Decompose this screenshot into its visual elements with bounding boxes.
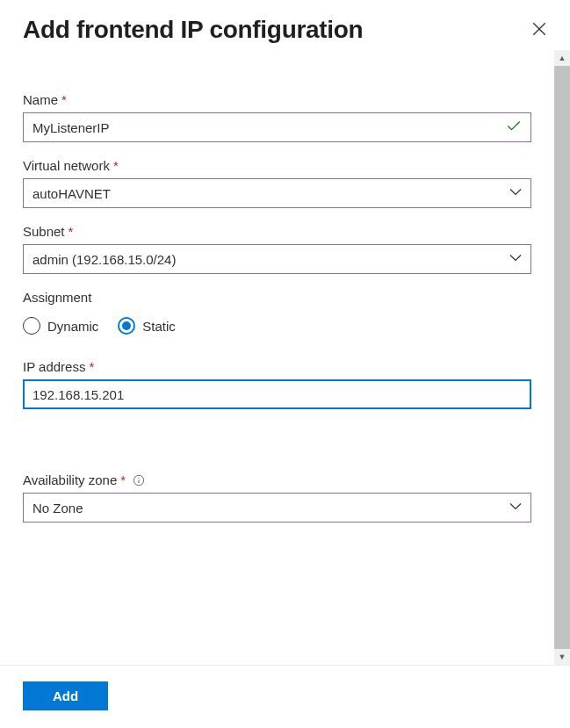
page-title: Add frontend IP configuration (23, 16, 363, 44)
panel-footer: Add (0, 665, 570, 728)
field-assignment: Assignment Dynamic Static (23, 290, 531, 335)
scroll-down-icon[interactable]: ▼ (554, 649, 570, 665)
label-text: Name (23, 92, 58, 107)
ip-label: IP address * (23, 359, 94, 374)
scroll-up-icon[interactable]: ▲ (554, 50, 570, 66)
info-icon[interactable] (133, 474, 145, 487)
scroll-thumb[interactable] (554, 66, 570, 649)
label-text: Availability zone (23, 472, 117, 487)
field-name: Name * (23, 92, 531, 142)
zone-select[interactable]: No Zone (23, 493, 531, 523)
field-virtual-network: Virtual network * autoHAVNET (23, 158, 531, 208)
radio-dynamic[interactable]: Dynamic (23, 317, 98, 335)
name-label: Name * (23, 92, 67, 107)
label-text: Assignment (23, 290, 91, 305)
subnet-label: Subnet * (23, 224, 73, 239)
label-text: IP address (23, 359, 85, 374)
scrollbar[interactable]: ▲ ▼ (554, 50, 570, 665)
label-text: Subnet (23, 224, 65, 239)
subnet-select[interactable]: admin (192.168.15.0/24) (23, 244, 531, 274)
label-text: Virtual network (23, 158, 110, 173)
form-content: Name * Virtual network * (0, 50, 554, 665)
zone-label: Availability zone * (23, 472, 145, 487)
panel-header: Add frontend IP configuration (0, 0, 570, 50)
vnet-label: Virtual network * (23, 158, 119, 173)
vnet-select[interactable]: autoHAVNET (23, 178, 531, 208)
subnet-value: admin (192.168.15.0/24) (32, 252, 176, 267)
checkmark-icon (505, 118, 523, 138)
add-button[interactable]: Add (23, 681, 108, 710)
radio-dot-icon (122, 321, 131, 330)
vnet-value: autoHAVNET (32, 186, 111, 201)
field-ip-address: IP address * (23, 359, 531, 409)
close-icon (531, 26, 547, 40)
required-asterisk: * (120, 472, 126, 487)
zone-value: No Zone (32, 501, 83, 515)
radio-circle-icon (23, 317, 40, 335)
radio-label-static: Static (142, 319, 176, 334)
ip-address-input[interactable] (23, 379, 531, 409)
required-asterisk: * (89, 359, 94, 374)
radio-label-dynamic: Dynamic (47, 319, 98, 334)
radio-circle-icon (118, 317, 135, 335)
required-asterisk: * (61, 92, 67, 107)
field-subnet: Subnet * admin (192.168.15.0/24) (23, 224, 531, 274)
close-button[interactable] (526, 16, 552, 45)
name-input[interactable] (23, 112, 531, 142)
radio-static[interactable]: Static (118, 317, 176, 335)
svg-point-1 (139, 477, 140, 478)
field-availability-zone: Availability zone * No Zone (23, 472, 531, 523)
required-asterisk: * (113, 158, 119, 173)
assignment-label: Assignment (23, 290, 91, 305)
required-asterisk: * (69, 224, 74, 239)
